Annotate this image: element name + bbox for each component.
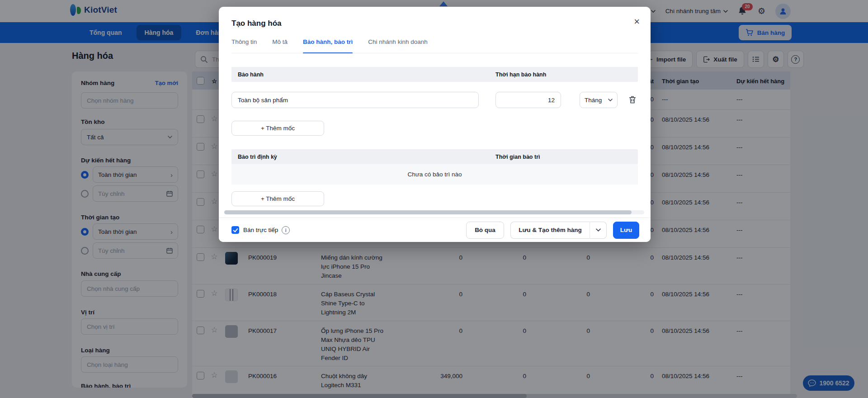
maintenance-empty-state: Chưa có bảo trì nào xyxy=(231,164,638,185)
chevron-down-icon xyxy=(608,99,613,101)
modal-title: Tạo hàng hóa xyxy=(231,19,282,28)
tab-chi-nhanh-kinh-doanh[interactable]: Chi nhánh kinh doanh xyxy=(368,38,427,53)
maintenance-column-label: Bảo trì định kỳ xyxy=(231,154,277,160)
direct-sale-label: Bán trực tiếp xyxy=(243,227,278,233)
warranty-section-header: Bảo hành Thời hạn bảo hành xyxy=(231,67,638,82)
tab-mo-ta[interactable]: Mô tả xyxy=(272,38,288,53)
warranty-scope-input[interactable] xyxy=(231,92,479,108)
modal-horizontal-scrollbar[interactable] xyxy=(224,210,644,214)
tab-thong-tin[interactable]: Thông tin xyxy=(231,38,257,53)
warranty-column-label: Bảo hành xyxy=(231,71,264,78)
warranty-duration-input[interactable] xyxy=(495,92,561,108)
warranty-row: Tháng xyxy=(231,92,638,108)
create-product-modal: Tạo hàng hóa × Thông tin Mô tả Bảo hành,… xyxy=(219,7,651,242)
modal-tabs: Thông tin Mô tả Bảo hành, bảo trì Chi nh… xyxy=(231,38,638,53)
close-icon[interactable]: × xyxy=(634,17,640,27)
app-page: KiotViet t Chi nhánh trung tâm 20 ⚙ xyxy=(0,0,868,398)
add-warranty-milestone-button[interactable]: + Thêm mốc xyxy=(231,121,324,136)
warranty-duration-column-label: Thời hạn bảo hành xyxy=(495,71,546,78)
scrollbar-thumb[interactable] xyxy=(224,210,632,214)
modal-footer: Bán trực tiếp i Bỏ qua Lưu & Tạo thêm hà… xyxy=(219,218,651,242)
add-maintenance-milestone-button[interactable]: + Thêm mốc xyxy=(231,191,324,206)
skip-button[interactable]: Bỏ qua xyxy=(466,222,504,239)
chevron-down-icon xyxy=(596,228,601,232)
maintenance-time-column-label: Thời gian bảo trì xyxy=(495,154,540,160)
save-button[interactable]: Lưu xyxy=(613,222,639,239)
tab-bao-hanh-bao-tri[interactable]: Bảo hành, bảo trì xyxy=(303,38,353,53)
save-options-dropdown[interactable] xyxy=(590,222,607,239)
warranty-unit-select[interactable]: Tháng xyxy=(580,92,618,108)
direct-sale-checkbox[interactable] xyxy=(231,226,239,234)
maintenance-section-header: Bảo trì định kỳ Thời gian bảo trì xyxy=(231,149,638,164)
trash-icon[interactable] xyxy=(629,96,636,104)
info-icon[interactable]: i xyxy=(282,226,290,234)
save-and-create-button[interactable]: Lưu & Tạo thêm hàng xyxy=(510,222,590,239)
